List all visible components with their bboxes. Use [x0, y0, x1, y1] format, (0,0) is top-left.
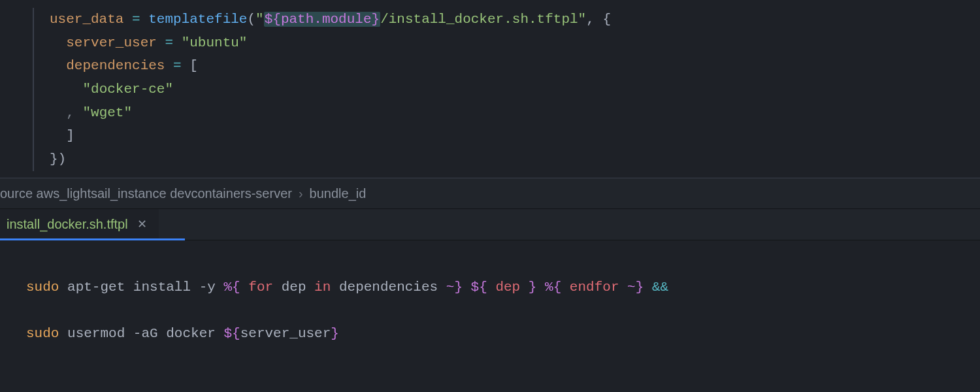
code-line: , "wget": [0, 101, 980, 125]
args: apt-get install -y: [59, 280, 223, 295]
command: sudo: [26, 280, 59, 295]
args: usermod -aG docker: [59, 326, 223, 341]
code-line: sudo apt-get install -y %{ for dep in de…: [26, 276, 980, 299]
paren-open: (: [247, 12, 255, 27]
directive-close: ~}: [627, 280, 644, 295]
string-quote: ": [255, 12, 264, 27]
interp-var: dep: [487, 280, 529, 295]
directive-open: %{: [223, 280, 240, 295]
code-line: user_data = templatefile("${path.module}…: [0, 8, 980, 31]
directive-open: %{: [545, 280, 561, 295]
bracket-close: ]: [66, 128, 74, 143]
string-tail: /install_docker.sh.tftpl: [380, 12, 578, 27]
var: dependencies: [339, 280, 438, 295]
string: "ubuntu": [182, 35, 248, 50]
string-quote: ": [578, 12, 587, 27]
brace-paren-close: }): [50, 152, 66, 167]
operator-eq: =: [157, 35, 182, 50]
code-line: }): [0, 148, 980, 171]
interp-close: }: [372, 12, 380, 27]
indent-guide: [33, 8, 34, 171]
breadcrumb-segment[interactable]: ource aws_lightsail_instance devcontaine…: [0, 182, 292, 204]
close-icon[interactable]: ✕: [137, 214, 147, 235]
breadcrumb[interactable]: ource aws_lightsail_instance devcontaine…: [0, 178, 980, 209]
interp-open: ${: [265, 12, 281, 27]
identifier: server_user: [66, 35, 157, 50]
comma: ,: [66, 105, 82, 120]
directive-close: ~}: [438, 280, 463, 295]
string: "docker-ce": [82, 82, 173, 97]
interp-body: path.module: [281, 12, 372, 27]
code-line: sudo usermod -aG docker ${server_user}: [26, 322, 980, 346]
identifier: dependencies: [66, 58, 165, 73]
keyword-endfor: endfor: [561, 280, 627, 295]
comma-brace: , {: [586, 12, 611, 27]
identifier: user_data: [50, 12, 123, 27]
code-line: ]: [0, 124, 980, 148]
operator-eq: =: [123, 12, 148, 27]
operator-eq: =: [165, 58, 189, 73]
var: dep: [282, 280, 306, 295]
chevron-right-icon: ›: [299, 182, 303, 204]
command: sudo: [26, 326, 59, 341]
editor-pane-bottom[interactable]: sudo apt-get install -y %{ for dep in de…: [0, 240, 980, 368]
string: "wget": [82, 105, 132, 120]
code-line: server_user = "ubuntu": [0, 31, 980, 55]
tab-label: install_docker.sh.tftpl: [7, 213, 128, 235]
interp-close: }: [529, 280, 537, 295]
breadcrumb-segment[interactable]: bundle_id: [310, 182, 367, 204]
operator-and: &&: [644, 280, 668, 295]
editor-pane-top[interactable]: user_data = templatefile("${path.module}…: [0, 0, 980, 178]
tab-install-docker[interactable]: install_docker.sh.tftpl ✕: [0, 209, 159, 240]
code-line: dependencies = [: [0, 54, 980, 78]
interp-var: server_user: [240, 326, 331, 341]
interp-open: ${: [223, 326, 240, 341]
highlighted-interp: ${path.module}: [264, 12, 380, 27]
code-line: "docker-ce": [0, 78, 980, 101]
bracket-open: [: [189, 58, 198, 73]
tab-active-indicator: [0, 238, 185, 240]
interp-open: ${: [471, 280, 487, 295]
keyword-for: for: [240, 280, 282, 295]
keyword-in: in: [306, 280, 339, 295]
interp-close: }: [331, 326, 339, 341]
function-call: templatefile: [148, 12, 247, 27]
tab-bar: install_docker.sh.tftpl ✕: [0, 209, 980, 240]
